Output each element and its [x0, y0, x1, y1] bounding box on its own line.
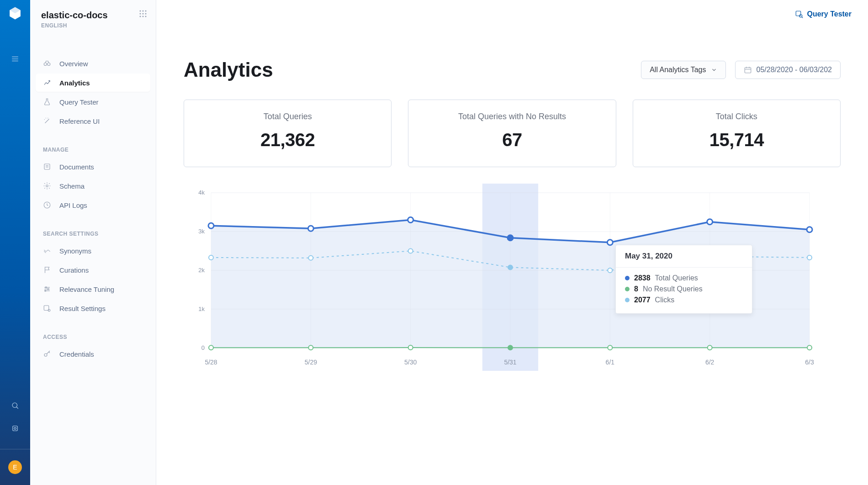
- query-tester-icon: [795, 10, 803, 18]
- card-value: 67: [408, 130, 615, 150]
- waves-icon: [43, 247, 52, 255]
- sidebar-item-label: Credentials: [59, 350, 94, 358]
- svg-point-65: [308, 256, 313, 260]
- sidebar-item-curations[interactable]: Curations: [36, 261, 150, 279]
- svg-text:5/31: 5/31: [504, 358, 516, 366]
- date-range-value: 05/28/2020 - 06/03/202: [757, 66, 832, 74]
- chevron-down-icon: [711, 67, 717, 73]
- flag-icon: [43, 266, 52, 274]
- svg-point-11: [143, 13, 144, 15]
- svg-line-4: [16, 407, 18, 409]
- sidebar-item-relevance-tuning[interactable]: Relevance Tuning: [36, 280, 150, 298]
- sidebar-item-label: Synonyms: [59, 247, 91, 255]
- svg-text:2k: 2k: [198, 267, 205, 274]
- card-value: 21,362: [184, 130, 391, 150]
- left-rail: E: [0, 0, 30, 485]
- date-range-picker[interactable]: 05/28/2020 - 06/03/202: [735, 61, 841, 79]
- svg-text:6/2: 6/2: [705, 358, 715, 366]
- svg-point-13: [140, 16, 141, 17]
- sidebar-item-reference-ui[interactable]: Reference UI: [36, 112, 150, 130]
- svg-text:5/29: 5/29: [305, 358, 317, 366]
- svg-point-7: [140, 11, 141, 12]
- search-icon[interactable]: [11, 401, 19, 411]
- sidebar-item-label: Curations: [59, 266, 89, 274]
- apps-grid-icon[interactable]: [139, 10, 147, 19]
- tooltip-date: May 31, 2020: [616, 245, 752, 268]
- svg-point-58: [308, 226, 313, 231]
- documents-icon: [43, 163, 52, 171]
- svg-point-67: [508, 265, 513, 269]
- analytics-chart[interactable]: 01k2k3k4k5/285/295/305/316/16/26/3 May 3…: [184, 184, 841, 371]
- sidebar-item-overview[interactable]: Overview: [36, 54, 150, 73]
- svg-text:4k: 4k: [198, 189, 205, 196]
- card-label: Total Queries: [184, 112, 391, 121]
- query-tester-link[interactable]: Query Tester: [795, 10, 852, 18]
- section-access-title: ACCESS: [36, 334, 150, 340]
- svg-text:3k: 3k: [198, 228, 205, 235]
- sidebar-item-analytics[interactable]: Analytics: [36, 74, 150, 92]
- sidebar-item-api-logs[interactable]: API Logs: [36, 196, 150, 214]
- sidebar-item-label: Schema: [59, 182, 85, 190]
- tooltip-value: 2838: [634, 274, 651, 282]
- sidebar-item-label: Result Settings: [59, 305, 106, 312]
- main: Query Tester Analytics All Analytics Tag…: [156, 0, 868, 485]
- community-icon[interactable]: [11, 424, 19, 434]
- svg-point-17: [48, 63, 50, 66]
- tooltip-label: No Result Queries: [643, 285, 703, 293]
- sidebar-item-synonyms[interactable]: Synonyms: [36, 242, 150, 260]
- svg-point-10: [140, 13, 141, 15]
- svg-point-15: [145, 16, 147, 17]
- svg-point-68: [608, 268, 612, 273]
- tags-filter-dropdown[interactable]: All Analytics Tags: [641, 61, 725, 79]
- svg-point-3: [12, 403, 17, 408]
- tooltip-row: 2077 Clicks: [625, 296, 743, 304]
- svg-text:0: 0: [201, 344, 205, 351]
- svg-point-16: [44, 63, 47, 66]
- svg-text:5/28: 5/28: [205, 358, 217, 366]
- sidebar-item-documents[interactable]: Documents: [36, 158, 150, 176]
- svg-point-73: [408, 345, 413, 350]
- tooltip-label: Total Queries: [655, 274, 698, 282]
- tooltip-label: Clicks: [655, 296, 675, 304]
- gear-icon: [43, 182, 52, 190]
- sidebar-item-label: Query Tester: [59, 98, 99, 106]
- svg-point-62: [707, 219, 713, 225]
- tooltip-value: 8: [634, 285, 638, 293]
- binoculars-icon: [43, 59, 52, 68]
- card-label: Total Clicks: [633, 112, 840, 121]
- sidebar-item-label: Overview: [59, 60, 88, 68]
- svg-point-6: [14, 427, 16, 430]
- svg-point-72: [308, 345, 313, 350]
- svg-point-8: [143, 11, 144, 12]
- svg-text:1k: 1k: [198, 306, 205, 312]
- svg-point-14: [143, 16, 144, 17]
- chart-tooltip: May 31, 2020 2838 Total Queries 8 No Res…: [615, 245, 752, 314]
- sidebar-item-label: Relevance Tuning: [59, 285, 114, 293]
- svg-point-75: [608, 345, 612, 350]
- card-total-clicks: Total Clicks 15,714: [633, 100, 841, 167]
- sidebar-item-credentials[interactable]: Credentials: [36, 345, 150, 363]
- tooltip-value: 2077: [634, 296, 651, 304]
- tooltip-dot: [625, 298, 630, 302]
- engine-language: ENGLISH: [41, 22, 108, 29]
- tags-filter-label: All Analytics Tags: [650, 66, 706, 74]
- sliders-icon: [43, 285, 52, 293]
- svg-point-57: [208, 223, 214, 228]
- tooltip-row: 8 No Result Queries: [625, 285, 743, 293]
- svg-point-74: [508, 345, 513, 350]
- svg-rect-32: [796, 11, 801, 16]
- svg-rect-35: [745, 68, 751, 73]
- sidebar-item-label: API Logs: [59, 201, 87, 209]
- sidebar-item-schema[interactable]: Schema: [36, 177, 150, 195]
- wand-icon: [43, 117, 52, 125]
- user-avatar[interactable]: E: [8, 460, 22, 474]
- sidebar-item-result-settings[interactable]: Result Settings: [36, 299, 150, 317]
- card-total-queries: Total Queries 21,362: [184, 100, 392, 167]
- sidebar-item-label: Reference UI: [59, 117, 100, 125]
- svg-rect-18: [44, 164, 50, 169]
- sidebar-item-query-tester[interactable]: Query Tester: [36, 93, 150, 111]
- hamburger-icon[interactable]: [11, 55, 19, 65]
- card-label: Total Queries with No Results: [408, 112, 615, 121]
- key-icon: [43, 350, 52, 358]
- svg-point-9: [145, 11, 147, 12]
